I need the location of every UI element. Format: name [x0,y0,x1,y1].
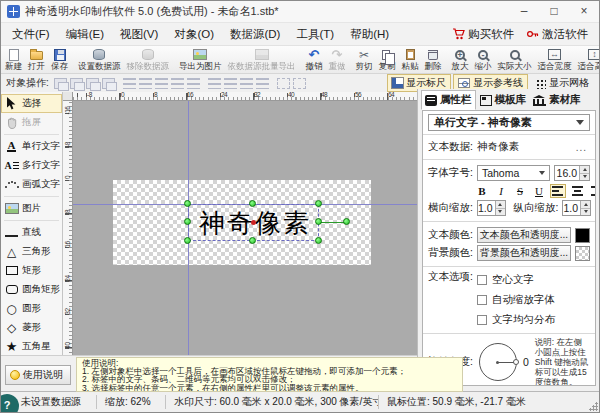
underline-button[interactable]: U [531,183,547,198]
tool-line[interactable]: 直线 [1,223,62,242]
tool-triangle[interactable]: △ 三角形 [1,242,62,261]
checkbox-icon [477,295,487,305]
close-button[interactable]: × [569,1,599,22]
bg-color-label: 背景颜色: [428,246,473,260]
align-left-button[interactable] [550,184,566,198]
resize-grip[interactable] [587,400,598,411]
spinner-arrows-icon[interactable] [579,166,589,180]
selection-handle-top-right[interactable] [315,200,322,207]
usage-help-button[interactable]: 使用说明 [5,365,71,385]
tool-image[interactable]: 图片 [1,199,62,218]
undo-button[interactable]: ↶撤销 [303,46,326,73]
h-scale-stepper[interactable]: 1.0 [477,200,506,216]
selection-handle-bottom-right[interactable] [315,237,322,244]
hollow-text-option[interactable]: 空心文字 [477,273,555,287]
bring-to-front-icon [54,78,67,89]
open-button[interactable]: 打开 [25,46,48,73]
tab-templates[interactable]: 模板库 [477,91,530,109]
menu-view[interactable]: 视图(V) [112,25,166,44]
cut-button[interactable]: ✂剪切 [353,46,376,73]
tool-single-line-text[interactable]: A 单行文字 [1,137,62,156]
bg-color-button[interactable]: 背景颜色和透明度... [477,245,571,261]
tool-circle[interactable]: ○ 圆形 [1,299,62,318]
multi-line-text-icon: A [4,161,18,170]
text-data-more-button[interactable]: ... [573,142,590,153]
tool-select[interactable]: 选择 [1,94,62,113]
equal-horizontal-spacing-icon [187,78,200,89]
zoom-out-button[interactable]: -缩小 [472,46,495,73]
bg-color-swatch[interactable] [575,246,590,261]
text-data-label: 文本数据: [428,140,473,154]
checkbox-icon [477,315,487,325]
object-selector-dropdown[interactable]: 单行文字 - 神奇像素 [428,114,590,131]
export-image-button[interactable]: 导出为图片 [176,46,225,73]
new-button[interactable]: 新建 [2,46,25,73]
maximize-button[interactable]: □ [539,1,569,22]
actual-size-button[interactable]: 实际大小 [495,46,535,73]
zoom-in-button[interactable]: +放大 [449,46,472,73]
fit-width-button[interactable]: ↔适合宽度 [535,46,575,73]
align-right-button[interactable] [588,184,596,198]
v-scale-stepper[interactable]: 1.0 [562,200,591,216]
tool-star[interactable]: ★ 五角星 [1,337,62,355]
set-datasource-button[interactable]: 设置数据源 [75,46,124,73]
rotation-dial[interactable] [479,343,517,381]
window-title: 神奇透明水印制作软件 5.0 (免费试用) - 未命名1.stb* [25,4,279,19]
selection-handle-bottom-center[interactable] [249,237,256,244]
horizontal-ruler: -8 0 8 16 24 32 40 48 56 64 [73,92,417,101]
save-icon [54,49,66,61]
menu-help[interactable]: 帮助(H) [342,25,397,44]
tool-multi-line-text[interactable]: A 多行文字 [1,156,62,175]
selection-handle-bottom-left[interactable] [184,237,191,244]
font-family-dropdown[interactable]: Tahoma [477,165,550,181]
font-size-stepper[interactable]: 16.0 [554,165,590,181]
guides-icon [458,78,470,88]
selection-handle-top-left[interactable] [184,200,191,207]
sidebar-separator [4,220,59,221]
save-button[interactable]: 保存 [48,46,71,73]
tab-materials[interactable]: 素材库 [530,91,584,109]
minimize-button[interactable]: – [509,1,539,22]
menu-edit[interactable]: 编辑(E) [58,25,112,44]
tab-properties[interactable]: 属性栏 [421,90,476,110]
align-left-icon [123,78,136,89]
templates-icon [480,95,492,106]
dial-knob[interactable] [513,359,519,365]
menu-tools[interactable]: 工具(T) [288,25,342,44]
selection-handle-mid-left[interactable] [184,218,191,225]
auto-scale-font-option[interactable]: 自动缩放字体 [477,293,555,307]
bold-button[interactable]: B [474,183,490,198]
strikethrough-button[interactable]: S [512,183,528,198]
menu-bar: 文件(F) 编辑(E) 视图(V) 对象(O) 数据源(D) 工具(T) 帮助(… [1,23,599,45]
tool-rectangle[interactable]: 矩形 [1,261,62,280]
align-center-button[interactable] [569,184,585,198]
batch-export-icon [255,49,269,60]
even-distribution-option[interactable]: 文字均匀分布 [477,313,555,327]
spinner-arrows-icon[interactable] [580,201,590,215]
selection-handle-mid-right[interactable] [315,218,322,225]
menu-datasource[interactable]: 数据源(D) [222,25,288,44]
delete-button[interactable]: 删除 [422,46,445,73]
scissors-icon: ✂ [359,49,369,61]
text-color-swatch[interactable] [575,228,590,243]
redo-button: ↷重做 [326,46,349,73]
text-color-button[interactable]: 文本颜色和透明度... [477,227,571,243]
paste-button[interactable]: 粘贴 [399,46,422,73]
rotation-handle[interactable] [343,218,350,225]
app-icon [7,5,20,18]
menu-object[interactable]: 对象(O) [166,25,222,44]
spinner-arrows-icon[interactable] [495,201,505,215]
italic-button[interactable]: I [493,183,509,198]
tool-arc-text[interactable]: 画弧文字 [1,175,62,194]
lightbulb-icon [10,370,20,380]
chevron-down-icon [539,171,545,175]
buy-software-button[interactable]: 购买软件 [452,27,514,42]
activate-software-button[interactable]: 激活软件 [526,27,588,42]
copy-button[interactable]: 复制 [376,46,399,73]
text-data-value[interactable]: 神奇像素 [477,140,519,154]
tool-rounded-rectangle[interactable]: 圆角矩形 [1,280,62,299]
fit-height-button[interactable]: ↕适合高度 [575,46,600,73]
menu-file[interactable]: 文件(F) [4,25,58,44]
selection-handle-top-center[interactable] [249,200,256,207]
tool-diamond[interactable]: ◇ 菱形 [1,318,62,337]
